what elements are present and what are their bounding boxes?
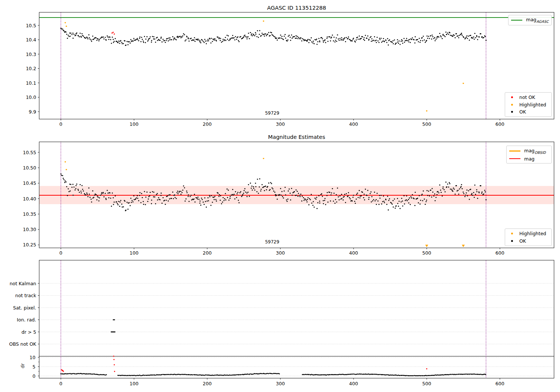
- legend-label: magOBSID: [524, 148, 546, 155]
- svg-text:300: 300: [276, 121, 285, 127]
- svg-text:10.1: 10.1: [26, 80, 36, 86]
- svg-text:400: 400: [349, 121, 358, 127]
- svg-text:10.40: 10.40: [23, 196, 36, 202]
- svg-text:300: 300: [276, 250, 285, 256]
- middle-legend-lines: magOBSIDmag: [506, 146, 552, 164]
- svg-text:0: 0: [59, 121, 62, 127]
- legend-row: not OK: [505, 94, 551, 100]
- legend-label: Highlighted: [519, 102, 546, 108]
- svg-text:not track: not track: [15, 293, 37, 298]
- legend-marker-dot: [511, 111, 513, 113]
- legend-label: not OK: [519, 94, 535, 100]
- svg-text:300: 300: [276, 381, 285, 386]
- svg-text:10.55: 10.55: [23, 150, 36, 155]
- legend-label: mag: [524, 156, 535, 162]
- legend-row: magOBSID: [507, 148, 551, 155]
- legend-row: Highlighted: [505, 231, 551, 236]
- legend-label: magAGASC: [526, 17, 549, 24]
- svg-text:200: 200: [203, 250, 212, 256]
- legend-row: mag: [507, 156, 551, 162]
- svg-text:10.0: 10.0: [26, 94, 36, 100]
- svg-text:10.35: 10.35: [23, 211, 36, 217]
- svg-text:0: 0: [59, 381, 62, 386]
- svg-text:OBS not OK: OBS not OK: [9, 341, 36, 347]
- figure: 10.510.410.310.210.110.09.90100200300400…: [0, 0, 560, 392]
- legend-row: OK: [505, 109, 551, 115]
- svg-text:9.9: 9.9: [29, 109, 36, 115]
- svg-text:600: 600: [495, 121, 504, 127]
- legend-line-sample: [509, 150, 520, 152]
- legend-marker-dot: [511, 240, 513, 242]
- top-legend-mag-agasc: magAGASC: [508, 15, 552, 25]
- svg-text:Sat. pixel.: Sat. pixel.: [13, 305, 36, 311]
- svg-text:500: 500: [422, 381, 431, 386]
- dr-axis-label: dr: [20, 361, 26, 371]
- svg-text:not Kalman: not Kalman: [10, 281, 36, 286]
- legend-line-sample: [511, 20, 522, 21]
- svg-text:10.30: 10.30: [23, 227, 36, 232]
- legend-row: Highlighted: [505, 102, 551, 108]
- bottom-panel: not Kalmannot trackSat. pixel.Ion. rad.d…: [9, 260, 554, 386]
- svg-text:10.4: 10.4: [26, 37, 36, 43]
- svg-text:100: 100: [130, 381, 139, 386]
- legend-line-sample: [509, 158, 520, 159]
- svg-text:600: 600: [495, 381, 504, 386]
- chart-svg: 10.510.410.310.210.110.09.90100200300400…: [0, 0, 560, 392]
- legend-row: magAGASC: [508, 17, 551, 24]
- middle-panel: 10.5510.5010.4510.4010.3510.3010.2501002…: [23, 142, 554, 256]
- svg-text:0: 0: [59, 250, 62, 256]
- svg-text:100: 100: [130, 250, 139, 256]
- legend-marker-dot: [511, 104, 513, 106]
- svg-text:10.45: 10.45: [23, 180, 36, 186]
- svg-text:400: 400: [349, 381, 358, 386]
- svg-text:10.2: 10.2: [26, 66, 36, 71]
- legend-row: OK: [505, 238, 551, 244]
- svg-text:200: 200: [203, 121, 212, 127]
- svg-text:10.5: 10.5: [26, 23, 36, 28]
- svg-text:100: 100: [130, 121, 139, 127]
- svg-text:Ion. rad.: Ion. rad.: [17, 317, 36, 323]
- svg-text:500: 500: [422, 121, 431, 127]
- legend-marker-dot: [511, 233, 513, 234]
- svg-text:10.3: 10.3: [26, 52, 36, 57]
- top-legend-markers: not OKHighlightedOK: [505, 92, 552, 117]
- top-plot-title: AGASC ID 113512288: [39, 5, 554, 11]
- obsid-annotation-middle: 59729: [265, 239, 279, 245]
- legend-label: Highlighted: [519, 231, 546, 236]
- svg-text:dr > 5: dr > 5: [22, 329, 36, 335]
- middle-legend-markers: HighlightedOK: [505, 228, 552, 246]
- svg-text:0: 0: [32, 373, 35, 379]
- legend-label: OK: [519, 109, 526, 115]
- svg-text:400: 400: [349, 250, 358, 256]
- svg-text:5: 5: [32, 364, 35, 370]
- obsid-annotation-top: 59729: [265, 111, 279, 116]
- svg-text:10.25: 10.25: [23, 242, 36, 248]
- svg-text:10.50: 10.50: [23, 165, 36, 171]
- top-panel: 10.510.410.310.210.110.09.90100200300400…: [26, 12, 554, 127]
- middle-plot-title: Magnitude Estimates: [39, 134, 554, 140]
- svg-text:200: 200: [203, 381, 212, 386]
- svg-text:600: 600: [495, 250, 504, 256]
- svg-text:500: 500: [422, 250, 431, 256]
- legend-label: OK: [519, 238, 526, 244]
- legend-marker-dot: [511, 96, 513, 98]
- svg-text:10: 10: [29, 355, 35, 360]
